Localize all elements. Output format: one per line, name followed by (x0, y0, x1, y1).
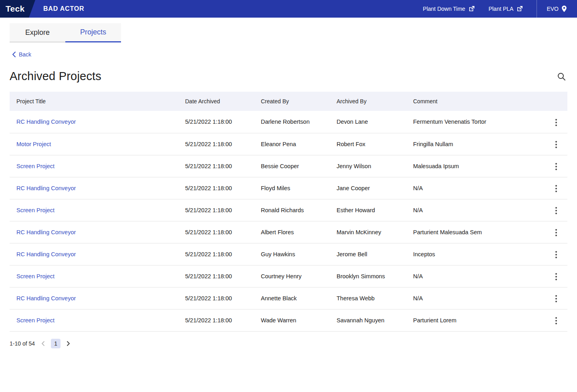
project-title-link[interactable]: Screen Project (16, 317, 54, 324)
created-by-cell: Albert Flores (254, 221, 330, 243)
archived-by-cell: Jane Cooper (330, 177, 406, 199)
column-header-comment: Comment (406, 92, 545, 111)
top-app-bar: Teck BAD ACTOR Plant Down Time Plant PLA… (0, 0, 577, 18)
table-row: Screen Project 5/21/2022 1:18:00 Wade Wa… (10, 309, 567, 331)
project-title-link[interactable]: Screen Project (16, 273, 54, 279)
created-by-cell: Ronald Richards (254, 199, 330, 221)
project-title-link[interactable]: RC Handling Conveyor (16, 229, 76, 235)
teck-logo[interactable]: Teck (0, 0, 35, 18)
kebab-menu-icon[interactable] (553, 117, 559, 129)
date-archived-cell: 5/21/2022 1:18:00 (178, 111, 254, 133)
column-header-archived-by: Archived By (330, 92, 406, 111)
comment-cell: Malesuada Ipsum (406, 155, 545, 177)
pagination-page-1[interactable]: 1 (51, 339, 61, 348)
project-title-link[interactable]: Screen Project (16, 163, 54, 169)
created-by-cell: Eleanor Pena (254, 133, 330, 155)
teck-logo-text: Teck (6, 4, 25, 14)
evo-link[interactable]: EVO (537, 5, 577, 12)
created-by-cell: Guy Hawkins (254, 243, 330, 265)
project-title-link[interactable]: RC Handling Conveyor (16, 295, 76, 302)
tab-bar: Explore Projects (10, 23, 577, 42)
plant-pla-link[interactable]: Plant PLA (488, 6, 523, 12)
plant-down-time-label: Plant Down Time (423, 6, 465, 12)
comment-cell: N/A (406, 177, 545, 199)
created-by-cell: Courtney Henry (254, 265, 330, 287)
archived-projects-table: Project Title Date Archived Created By A… (10, 92, 567, 332)
external-link-icon (468, 6, 475, 12)
pagination-next-button[interactable] (66, 340, 71, 347)
kebab-menu-icon[interactable] (553, 161, 559, 173)
table-row: Motor Project 5/21/2022 1:18:00 Eleanor … (10, 133, 567, 155)
comment-cell: Inceptos (406, 243, 545, 265)
table-row: RC Handling Conveyor 5/21/2022 1:18:00 F… (10, 177, 567, 199)
back-label: Back (19, 51, 31, 58)
archived-by-cell: Brooklyn Simmons (330, 265, 406, 287)
created-by-cell: Wade Warren (254, 309, 330, 331)
search-button[interactable] (555, 70, 567, 82)
kebab-menu-icon[interactable] (553, 227, 559, 239)
table-row: RC Handling Conveyor 5/21/2022 1:18:00 D… (10, 111, 567, 133)
plant-down-time-link[interactable]: Plant Down Time (423, 6, 475, 12)
date-archived-cell: 5/21/2022 1:18:00 (178, 199, 254, 221)
column-header-project-title: Project Title (10, 92, 178, 111)
date-archived-cell: 5/21/2022 1:18:00 (178, 221, 254, 243)
table-row: Screen Project 5/21/2022 1:18:00 Ronald … (10, 199, 567, 221)
project-title-link[interactable]: Screen Project (16, 207, 54, 213)
project-title-link[interactable]: RC Handling Conveyor (16, 119, 76, 125)
archived-by-cell: Marvin McKinney (330, 221, 406, 243)
page-title: Archived Projects (10, 70, 101, 83)
project-title-link[interactable]: RC Handling Conveyor (16, 185, 76, 191)
date-archived-cell: 5/21/2022 1:18:00 (178, 133, 254, 155)
comment-cell: N/A (406, 265, 545, 287)
back-button[interactable]: Back (12, 51, 31, 58)
date-archived-cell: 5/21/2022 1:18:00 (178, 309, 254, 331)
external-link-icon (516, 6, 523, 12)
tab-projects[interactable]: Projects (65, 23, 121, 42)
evo-label: EVO (547, 6, 559, 12)
chevron-left-icon (41, 341, 44, 346)
comment-cell: N/A (406, 199, 545, 221)
column-header-date-archived: Date Archived (178, 92, 254, 111)
archived-by-cell: Robert Fox (330, 133, 406, 155)
project-title-link[interactable]: Motor Project (16, 141, 51, 147)
location-pin-icon (561, 5, 567, 12)
comment-cell: Parturient Lorem (406, 309, 545, 331)
tab-projects-label: Projects (80, 28, 106, 36)
table-row: RC Handling Conveyor 5/21/2022 1:18:00 G… (10, 243, 567, 265)
archived-by-cell: Devon Lane (330, 111, 406, 133)
kebab-menu-icon[interactable] (553, 271, 559, 283)
kebab-menu-icon[interactable] (553, 139, 559, 151)
kebab-menu-icon[interactable] (553, 205, 559, 217)
comment-cell: Parturient Malesuada Sem (406, 221, 545, 243)
pagination-range-label: 1-10 of 54 (10, 340, 35, 347)
comment-cell: N/A (406, 287, 545, 309)
tab-explore-label: Explore (25, 28, 50, 37)
table-row: Screen Project 5/21/2022 1:18:00 Courtne… (10, 265, 567, 287)
column-header-actions (545, 92, 567, 111)
pagination: 1-10 of 54 1 (10, 339, 577, 348)
plant-pla-label: Plant PLA (488, 6, 513, 12)
date-archived-cell: 5/21/2022 1:18:00 (178, 177, 254, 199)
column-header-created-by: Created By (254, 92, 330, 111)
archived-by-cell: Theresa Webb (330, 287, 406, 309)
kebab-menu-icon[interactable] (553, 183, 559, 195)
kebab-menu-icon[interactable] (553, 315, 559, 327)
kebab-menu-icon[interactable] (553, 293, 559, 305)
archived-by-cell: Jerome Bell (330, 243, 406, 265)
created-by-cell: Annette Black (254, 287, 330, 309)
table-row: RC Handling Conveyor 5/21/2022 1:18:00 A… (10, 221, 567, 243)
back-chevron-icon (12, 52, 16, 57)
table-header-row: Project Title Date Archived Created By A… (10, 92, 567, 111)
date-archived-cell: 5/21/2022 1:18:00 (178, 243, 254, 265)
created-by-cell: Floyd Miles (254, 177, 330, 199)
tab-explore[interactable]: Explore (10, 23, 65, 42)
pagination-prev-button[interactable] (40, 340, 45, 347)
comment-cell: Fringilla Nullam (406, 133, 545, 155)
kebab-menu-icon[interactable] (553, 249, 559, 261)
date-archived-cell: 5/21/2022 1:18:00 (178, 265, 254, 287)
comment-cell: Fermentum Venenatis Tortor (406, 111, 545, 133)
page-title-row: Archived Projects (10, 70, 567, 83)
project-title-link[interactable]: RC Handling Conveyor (16, 251, 76, 257)
date-archived-cell: 5/21/2022 1:18:00 (178, 287, 254, 309)
archived-by-cell: Savannah Nguyen (330, 309, 406, 331)
